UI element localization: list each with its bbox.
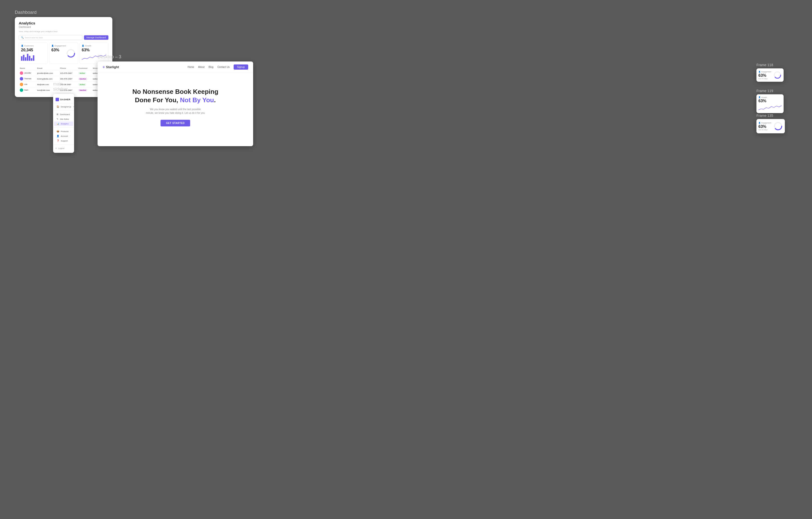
desktop3-frame-label: Desktop – 3 xyxy=(97,54,253,59)
frame135-card: 👤 Engagement 63% last 30 days xyxy=(756,119,785,133)
divider1 xyxy=(53,110,74,111)
status-badge: Inactive xyxy=(78,89,87,91)
arrow-icon: ▼ xyxy=(72,106,74,108)
sidebar-frame: main-sidebar DASHER 🏠 DesignerUp ▼ ⊞ Das… xyxy=(53,82,78,153)
sidebar-item-analytics[interactable]: 📊 Analytics xyxy=(54,121,73,126)
table-row: Jennifer jennifer@site.com 123-576-3487 … xyxy=(19,70,109,76)
sidebar-brand: DASHER xyxy=(53,96,74,104)
brand-name: DASHER xyxy=(60,98,70,101)
frame135: Frame 135 👤 Engagement 63% last 30 days xyxy=(756,114,785,133)
sidebar-item-siteeditor[interactable]: ✎ Site Editor xyxy=(54,117,73,121)
frame118-card-label: 👤 Engagement xyxy=(758,71,771,73)
hero-title-accent: Not By You xyxy=(180,96,214,104)
frame135-value: 63% xyxy=(758,124,771,129)
frame119-value: 63% xyxy=(758,99,782,103)
frame135-icon: 👤 xyxy=(758,122,761,124)
analytics-icon: 📊 xyxy=(57,122,59,125)
cta-button[interactable]: GET STARTED xyxy=(161,120,190,126)
signup-button[interactable]: Signup xyxy=(234,64,248,69)
nav-blog[interactable]: Blog xyxy=(208,66,213,68)
designerup-label: DesignerUp xyxy=(61,106,71,108)
frame119-card: 👤 Growth 63% xyxy=(756,94,784,113)
bar4 xyxy=(27,54,28,61)
hero-title-plain: Done For You, xyxy=(135,96,178,104)
frame119-icon: 👤 xyxy=(758,96,761,98)
status-badge: Active xyxy=(78,72,86,74)
dash-subtitle-small: View, setup and manage your analytics he… xyxy=(19,30,109,33)
designerup-icon: 🏠 xyxy=(57,106,59,108)
frame135-donut xyxy=(773,121,783,132)
hero-title-end: . xyxy=(214,96,215,104)
dash-title: Analytics xyxy=(19,21,109,25)
avatar xyxy=(20,77,23,81)
hero-subtitle: We you know you waited until the last po… xyxy=(103,107,248,115)
cell-name: Sam xyxy=(19,87,36,93)
frame135-label: Frame 135 xyxy=(756,114,785,118)
cell-phone: 340-576-3487 xyxy=(59,76,77,82)
nav-contact[interactable]: Contact Us xyxy=(217,66,229,68)
frame119-label: Frame 119 xyxy=(756,89,784,93)
stat-value-customers: 20,345 xyxy=(21,48,46,52)
sidebar-item-products[interactable]: 📦 Products › xyxy=(54,129,73,134)
cell-status: Active xyxy=(77,82,92,87)
search-icon: 🔍 xyxy=(21,36,24,39)
table-row: Thomas tommy@site.com 340-576-3487 Inact… xyxy=(19,76,109,82)
bar2 xyxy=(23,55,25,61)
frame119-line-chart xyxy=(758,104,782,111)
analytics-label: Analytics xyxy=(61,123,69,125)
stat-card-customers: 👤 Customers 20,345 xyxy=(19,42,48,64)
account-label: Account xyxy=(61,135,68,137)
col-email: Email xyxy=(36,66,59,70)
nav-home[interactable]: Home xyxy=(188,66,194,68)
frame118-label: Frame 118 xyxy=(756,63,784,67)
d3-hero: No Nonsense Book Keeping Done For You, N… xyxy=(97,73,253,146)
cell-email: tommy@site.com xyxy=(36,76,59,82)
manage-dashboard-button[interactable]: Manage Dashboard xyxy=(84,35,109,40)
search-box[interactable]: 🔍 Search here for data xyxy=(19,35,83,40)
frame135-card-label: 👤 Engagement xyxy=(758,122,771,124)
cell-name: Lila xyxy=(19,82,36,87)
avatar xyxy=(20,71,23,75)
stat-value-growth: 63% xyxy=(82,48,106,52)
sidebar-item-account[interactable]: 👤 Account › xyxy=(54,134,73,138)
logout-label: Logout xyxy=(58,147,64,149)
sidebar-item-support[interactable]: ❓ Support xyxy=(54,139,73,143)
dash-toolbar: 🔍 Search here for data Manage Dashboard xyxy=(19,35,109,40)
sidebar-item-dashboard[interactable]: ⊞ Dashboard xyxy=(54,112,73,117)
brand-icon xyxy=(56,98,59,101)
cell-status: Inactive xyxy=(77,87,92,93)
col-phone: Phone xyxy=(59,66,77,70)
dashboard-frame-label: Dashboard xyxy=(15,10,112,15)
cell-name: Jennifer xyxy=(19,70,36,76)
stats-row: 👤 Customers 20,345 👤 Engag xyxy=(19,42,109,64)
products-arrow: › xyxy=(70,131,70,132)
divider2 xyxy=(53,127,74,128)
account-arrow: › xyxy=(70,135,70,137)
d3-nav-links: Home About Blog Contact Us Signup xyxy=(188,64,248,69)
sidebar-item-designerup[interactable]: 🏠 DesignerUp ▼ xyxy=(54,105,73,109)
stat-label-growth: 👤 Growth xyxy=(82,45,106,47)
search-placeholder: Search here for data xyxy=(25,36,43,39)
sidebar-logout[interactable]: ⎋ Logout xyxy=(53,146,74,150)
bar7 xyxy=(33,55,34,61)
frame118-card: 👤 Engagement 63% last 30 days xyxy=(756,68,784,82)
dash-subtitle: Dashboard xyxy=(19,26,109,28)
stat-bars-customers xyxy=(21,53,46,61)
bar3 xyxy=(25,57,26,61)
desktop3-window: ⟡ Starlight Home About Blog Contact Us S… xyxy=(97,61,253,146)
frame135-sub: last 30 days xyxy=(758,129,771,131)
hero-title-line1: No Nonsense Book Keeping xyxy=(103,88,248,96)
support-label: Support xyxy=(61,140,68,142)
frame119: Frame 119 👤 Growth 63% xyxy=(756,89,784,113)
sidebar-window: DASHER 🏠 DesignerUp ▼ ⊞ Dashboard ✎ Site… xyxy=(53,94,74,153)
divider3 xyxy=(53,144,74,145)
nav-about[interactable]: About xyxy=(198,66,204,68)
support-icon: ❓ xyxy=(57,140,59,142)
stat-label-engagement: 👤 Engagement xyxy=(51,45,76,47)
avatar xyxy=(20,88,23,92)
logo-text: Starlight xyxy=(106,65,119,69)
status-badge: Inactive xyxy=(78,78,87,80)
d3-navbar: ⟡ Starlight Home About Blog Contact Us S… xyxy=(97,61,253,73)
dashboard-label: Dashboard xyxy=(60,113,70,116)
logout-icon: ⎋ xyxy=(56,147,57,149)
